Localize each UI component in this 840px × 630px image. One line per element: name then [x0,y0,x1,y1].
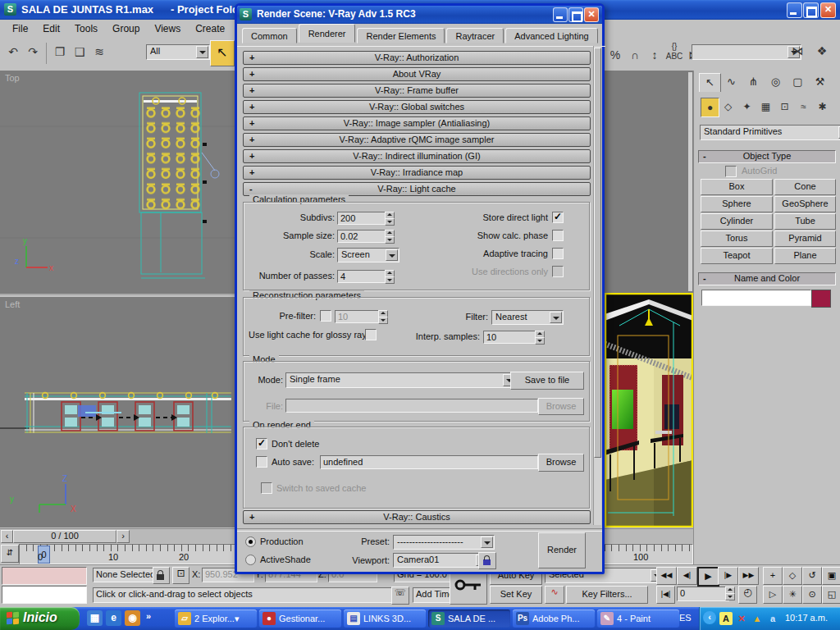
communicator-button[interactable]: ☏ [391,587,409,605]
activeshade-radio[interactable] [245,555,256,565]
primitives-dropdown[interactable]: Standard Primitives [700,125,840,140]
prefilter-checkbox[interactable] [320,310,331,322]
passes-field[interactable]: 4 [337,270,386,283]
shapes-category[interactable]: ◇ [719,98,737,116]
region-zoom-icon[interactable]: ▷ [763,586,783,604]
trackbar-mode-icon[interactable]: ⇵ [1,545,19,563]
create-pyramid-button[interactable]: Pyramid [774,231,836,247]
create-teapot-button[interactable]: Teapot [701,248,773,264]
named-selection-icon[interactable]: {} ABC [665,42,683,62]
subdivs-field[interactable]: 200 [337,212,386,225]
go-end-button[interactable]: ▶▶ [738,567,759,585]
object-name-field[interactable] [701,290,811,306]
menu-create[interactable]: Create [188,20,232,38]
preset-dropdown[interactable]: ---------------------- [393,535,495,550]
selection-lock-button[interactable] [153,567,170,584]
dialog-close-button[interactable]: ✕ [584,7,599,22]
pan-icon[interactable]: ✳ [783,586,802,604]
arc-rotate-icon[interactable]: ⊙ [802,586,822,604]
go-to-start-button[interactable]: |◀| [656,586,675,604]
language-indicator[interactable]: ES [679,613,692,623]
unlink-icon[interactable]: ❑ [71,42,89,62]
create-tube-button[interactable]: Tube [774,213,836,230]
named-selection-dropdown[interactable] [692,44,801,60]
show-calc-checkbox[interactable] [552,230,564,241]
time-back-button[interactable]: ‹ [1,530,13,543]
task-adobe-ph-[interactable]: PsAdobe Ph... [513,609,595,628]
file-field[interactable] [285,399,538,413]
next-frame-button[interactable]: |▶ [718,567,738,585]
selection-filter-dropdown[interactable]: All [146,44,210,60]
dialog-scrollbar[interactable] [593,46,601,525]
menu-file[interactable]: File [5,20,35,38]
auto-save-browse-button[interactable]: Browse [538,454,584,472]
media-player-icon[interactable]: ◉ [125,610,140,626]
create-torus-button[interactable]: Torus [701,231,773,247]
store-direct-checkbox[interactable]: ✓ [552,212,564,223]
menu-group[interactable]: Group [105,20,147,38]
helpers-category[interactable]: ⊡ [776,98,793,116]
create-cone-button[interactable]: Cone [774,179,836,195]
name-color-rollout-header[interactable]: - Name and Color [698,272,836,285]
updater-icon[interactable]: a [766,612,779,625]
tab-render-elements[interactable]: Render Elements [357,28,445,43]
modify-tab[interactable]: ∿ [721,73,742,91]
undo-icon[interactable]: ↶ [4,42,22,62]
cameras-category[interactable]: ▦ [757,98,774,116]
dropdown-arrow-icon[interactable] [550,312,562,323]
rollout-caustics[interactable]: + V-Ray:: Caustics [243,510,591,524]
geometry-category[interactable]: ● [701,98,719,117]
play-button[interactable]: ▶ [697,567,719,587]
viewport-left-label[interactable]: Left [5,299,20,309]
viewport-splitter[interactable] [688,72,692,291]
task-2-explor-[interactable]: ▱2 Explor...▾ [175,609,257,628]
viewport-top-label[interactable]: Top [5,73,20,83]
dialog-titlebar[interactable]: S Render Scene: V-Ray Adv 1.5 RC3 ✕ [237,6,602,24]
utilities-tab[interactable]: ⚒ [810,73,830,91]
select-object-button[interactable]: ↖ [210,40,235,66]
time-forward-button[interactable]: › [116,530,130,543]
lights-category[interactable]: ✦ [738,98,756,116]
autogrid-checkbox[interactable] [725,166,737,177]
rollout-v-ray-authorization[interactable]: +V-Ray:: Authorization [243,51,591,65]
minimize-button[interactable] [787,2,802,18]
production-radio[interactable] [245,536,256,547]
create-box-button[interactable]: Box [701,179,773,195]
restore-button[interactable] [803,2,819,18]
scale-dropdown[interactable]: Screen [337,248,399,262]
menu-tools[interactable]: Tools [67,20,105,38]
rollout-about-vray[interactable]: +About VRay [243,67,591,81]
tab-renderer[interactable]: Renderer [299,24,356,43]
redo-icon[interactable]: ↷ [24,42,42,62]
rollout-v-ray-frame-buffer[interactable]: +V-Ray:: Frame buffer [243,84,591,98]
create-geosphere-button[interactable]: GeoSphere [774,196,836,212]
dropdown-arrow-icon[interactable] [386,249,398,261]
display-tab[interactable]: ▢ [788,73,808,91]
scrollbar-thumb[interactable] [594,48,601,458]
time-config-button[interactable]: ◴ [738,586,757,604]
prev-frame-button[interactable]: ◀| [677,567,697,585]
file-browse-button[interactable]: Browse [538,398,584,415]
adaptive-tracing-checkbox[interactable] [552,248,564,259]
object-type-rollout-header[interactable]: - Object Type [698,150,836,163]
current-frame-field[interactable]: 0 [677,587,729,601]
object-color-swatch[interactable] [811,290,831,308]
zoom-icon[interactable]: + [763,567,783,585]
layer-manager-icon[interactable]: ❖ [813,41,831,61]
systems-category[interactable]: ✱ [814,98,831,116]
go-start-button[interactable]: ◀◀ [656,567,677,585]
ie-icon[interactable]: e [106,610,121,626]
auto-save-checkbox[interactable] [256,456,267,468]
quick-launch-chevron[interactable]: » [146,611,151,621]
menu-views[interactable]: Views [147,20,188,38]
hierarchy-tab[interactable]: ⋔ [743,73,764,91]
clock[interactable]: 10:17 a.m. [785,613,828,623]
task-gestionar-[interactable]: ●Gestionar... [259,609,341,628]
filter-dropdown[interactable]: Nearest [491,310,564,325]
bind-spacewarp-icon[interactable]: ≋ [90,42,108,62]
auto-save-field[interactable]: undefined [320,455,538,469]
save-to-file-button[interactable]: Save to file [510,372,584,390]
zoom-extents-icon[interactable]: ↺ [802,567,822,585]
spinner-snap-icon[interactable]: ↕ [646,45,664,65]
key-filters-button[interactable]: Key Filters... [566,586,648,604]
